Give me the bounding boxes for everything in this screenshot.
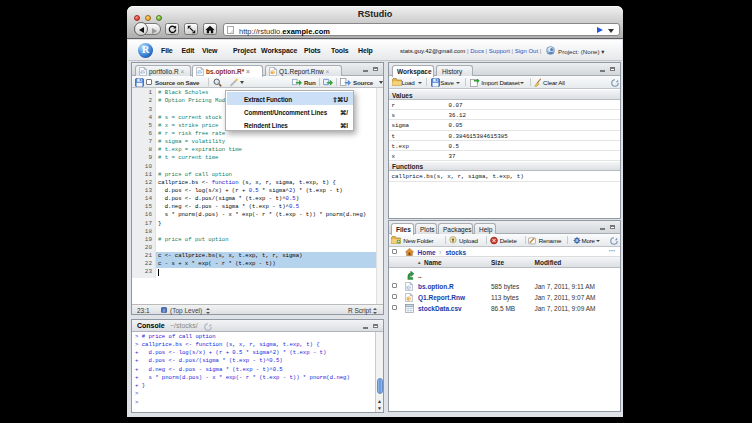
svg-text:R: R [407,285,410,290]
svg-text:R: R [141,70,144,75]
svg-text:R: R [198,70,201,75]
